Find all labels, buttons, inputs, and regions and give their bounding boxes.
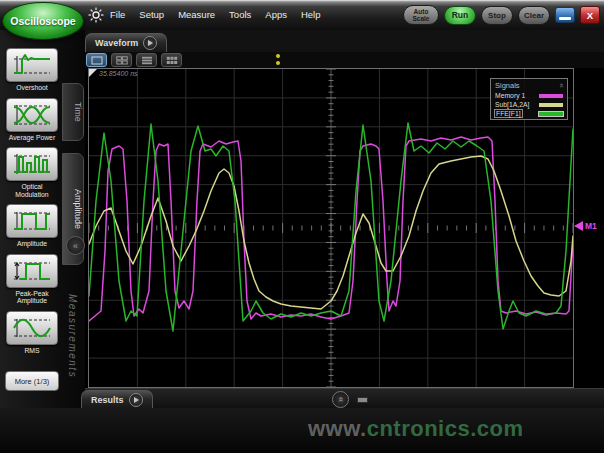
oscilloscope-app: File Setup Measure Tools Apps Help Auto …: [0, 0, 604, 453]
layout-quad-button[interactable]: [111, 53, 132, 67]
indicator-dot: [276, 61, 280, 65]
pulse-train-icon: [12, 151, 52, 177]
close-button[interactable]: X: [580, 6, 600, 24]
results-tab-menu-icon[interactable]: [129, 393, 143, 407]
tab-time[interactable]: Time: [62, 83, 84, 141]
collapse-panel-button[interactable]: «: [66, 236, 85, 255]
tab-results[interactable]: Results: [81, 390, 153, 409]
minimize-button[interactable]: [555, 7, 575, 23]
quad-pane-icon: [116, 56, 128, 65]
waveform-tab-menu-icon[interactable]: [143, 36, 157, 50]
menu-measure[interactable]: Measure: [178, 9, 215, 20]
rms-button[interactable]: [6, 311, 58, 345]
legend-collapse-icon[interactable]: «: [557, 83, 564, 87]
tab-waveform[interactable]: Waveform: [85, 33, 167, 52]
measurement-item-peak-peak-amplitude: Peak-Peak Amplitude: [4, 254, 60, 305]
minimize-results-icon[interactable]: [357, 397, 368, 403]
layout-grid-button[interactable]: [161, 53, 182, 67]
stacked-rows-icon: [141, 56, 153, 65]
display-corner-marker: [89, 69, 97, 77]
overshoot-button[interactable]: [6, 48, 58, 82]
expand-results-button[interactable]: «: [332, 391, 349, 408]
legend-row-ffe[interactable]: FFE[F1]: [495, 110, 563, 117]
results-bar: Results «: [85, 388, 604, 409]
layout-rows-button[interactable]: [136, 53, 157, 67]
indicator-dot: [276, 54, 280, 58]
measurement-item-average-power: Average Power: [4, 98, 60, 142]
average-power-button[interactable]: [6, 98, 58, 132]
legend-row-memory1[interactable]: Memory 1: [495, 92, 563, 99]
marker-arrow-icon: [574, 221, 583, 231]
menu-bar: File Setup Measure Tools Apps Help: [110, 9, 321, 20]
minimize-icon: [559, 17, 571, 20]
eye-crossing-icon: [12, 102, 52, 128]
auto-scale-button[interactable]: Auto Scale: [403, 5, 439, 25]
memory1-color-swatch: [539, 94, 563, 98]
more-measurements-button[interactable]: More (1/3): [5, 371, 59, 391]
stop-button[interactable]: Stop: [481, 6, 513, 25]
timebase-position-label: 35.85400 ns: [99, 70, 138, 77]
sub-color-swatch: [539, 103, 563, 107]
measurement-item-optical-modulation: Optical Modulation: [4, 147, 60, 198]
menu-file[interactable]: File: [110, 9, 125, 20]
menu-tools[interactable]: Tools: [229, 9, 251, 20]
signals-legend[interactable]: Signals « Memory 1 Sub[1A,2A] FFE[F1]: [490, 78, 568, 120]
run-button[interactable]: Run: [444, 6, 476, 25]
amplitude-button[interactable]: [6, 204, 58, 238]
status-bar: DSA 200 mV/ 0 V CDR... 10.312500 Gb/s LB…: [0, 408, 604, 453]
sine-wave-icon: [12, 315, 52, 341]
peak-peak-arrow-icon: [12, 258, 52, 284]
waveform-display[interactable]: 35.85400 ns Signals « Memory 1 Sub[1A,2A…: [88, 68, 574, 388]
waveform-tab-bar: Waveform: [85, 30, 604, 52]
marker-m1[interactable]: M1: [574, 221, 597, 231]
status-indicator-dots: [276, 54, 280, 68]
square-wave-icon: [12, 208, 52, 234]
display-toolbar: [85, 52, 604, 68]
peak-peak-button[interactable]: [6, 254, 58, 288]
single-pane-icon: [91, 56, 103, 65]
optical-modulation-button[interactable]: [6, 147, 58, 181]
menu-help[interactable]: Help: [301, 9, 321, 20]
multi-grid-icon: [166, 56, 178, 65]
measurement-item-overshoot: Overshoot: [4, 48, 60, 92]
ffe-color-swatch: [539, 112, 563, 116]
overshoot-waveform-icon: [12, 52, 52, 78]
system-menu-icon[interactable]: [88, 7, 104, 27]
layout-single-button[interactable]: [86, 53, 107, 67]
legend-row-sub[interactable]: Sub[1A,2A]: [495, 101, 563, 108]
measurement-item-rms: RMS: [4, 311, 60, 355]
menu-apps[interactable]: Apps: [265, 9, 287, 20]
clear-button[interactable]: Clear: [518, 6, 550, 25]
measurement-item-amplitude: Amplitude: [4, 204, 60, 248]
close-icon: X: [587, 10, 593, 21]
measurements-panel: Overshoot Average Power: [0, 30, 85, 453]
title-bar: File Setup Measure Tools Apps Help Auto …: [0, 0, 604, 30]
menu-setup[interactable]: Setup: [139, 9, 164, 20]
measurements-panel-label: Measurements: [67, 294, 78, 378]
oscilloscope-logo: Oscilloscope: [2, 2, 84, 40]
chevron-up-icon: «: [336, 397, 345, 402]
legend-title: Signals: [495, 81, 520, 90]
